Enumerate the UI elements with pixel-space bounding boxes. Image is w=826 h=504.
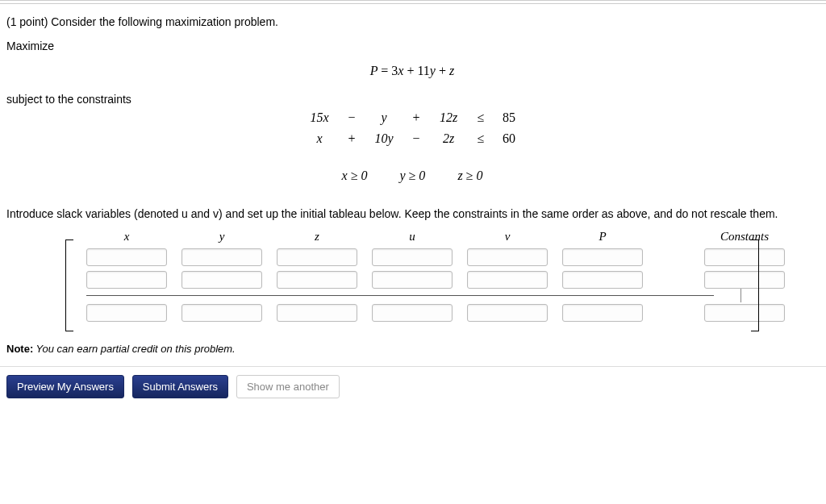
partial-credit-note: Note: You can earn partial credit on thi…: [6, 343, 826, 355]
tableau-headers: x y z u v P Constants: [86, 230, 759, 244]
c1-rel: ≤: [469, 110, 493, 125]
header-y: y: [181, 230, 262, 244]
show-another-button[interactable]: Show me another: [236, 375, 340, 398]
cell-r3-y[interactable]: [181, 304, 262, 322]
cell-r1-const[interactable]: [704, 248, 785, 266]
cell-r2-x[interactable]: [86, 271, 167, 289]
button-row: Preview My Answers Submit Answers Show m…: [0, 375, 826, 408]
header-x: x: [86, 230, 167, 244]
cell-r2-p[interactable]: [562, 271, 643, 289]
nonneg-constraints: x ≥ 0 y ≥ 0 z ≥ 0: [6, 169, 818, 183]
note-text: You can earn partial credit on this prob…: [33, 343, 236, 355]
c2-op2: −: [404, 131, 428, 146]
c2-op1: +: [340, 131, 364, 146]
header-v: v: [467, 230, 548, 244]
instruction-text: Introduce slack variables (denoted u and…: [6, 207, 818, 220]
c1-op1: −: [340, 110, 364, 125]
preview-answers-button[interactable]: Preview My Answers: [6, 375, 124, 398]
bracket-left-icon: [65, 240, 73, 331]
cell-r1-z[interactable]: [277, 248, 357, 266]
header-u: u: [372, 230, 453, 244]
cell-r1-y[interactable]: [181, 248, 262, 266]
maximize-label: Maximize: [6, 40, 818, 52]
nonneg-y: y ≥ 0: [399, 169, 425, 182]
c2-rel: ≤: [469, 131, 493, 146]
c1-term3: 12z: [428, 110, 469, 125]
header-constants: Constants: [704, 230, 785, 244]
table-row: [86, 248, 759, 266]
cell-r2-y[interactable]: [181, 271, 262, 289]
cell-r2-const[interactable]: [704, 271, 785, 289]
cell-r1-u[interactable]: [372, 248, 453, 266]
cell-r3-z[interactable]: [277, 304, 357, 322]
subject-to-label: subject to the constraints: [6, 93, 818, 106]
c1-term2: y: [364, 110, 404, 125]
separator: [0, 366, 826, 367]
bracket-right-icon: [751, 240, 759, 331]
c1-term1: 15x: [299, 110, 340, 125]
cell-r2-z[interactable]: [277, 271, 357, 289]
header-p: P: [562, 230, 643, 244]
cell-r3-p[interactable]: [562, 304, 643, 322]
tableau: x y z u v P Constants: [65, 225, 759, 331]
prompt-text: Consider the following maximization prob…: [51, 15, 278, 28]
cell-r3-u[interactable]: [372, 304, 453, 322]
cell-r3-v[interactable]: [467, 304, 548, 322]
nonneg-x: x ≥ 0: [342, 169, 368, 182]
cell-r1-v[interactable]: [467, 248, 548, 266]
tableau-divider: [86, 295, 714, 296]
cell-r2-v[interactable]: [467, 271, 548, 289]
submit-answers-button[interactable]: Submit Answers: [132, 375, 228, 398]
c2-term1: x: [299, 131, 340, 146]
cell-r2-u[interactable]: [372, 271, 453, 289]
note-label: Note:: [6, 343, 33, 355]
c2-term2: 10y: [364, 131, 404, 146]
problem-prompt: (1 point) Consider the following maximiz…: [6, 15, 818, 28]
c2-rhs: 60: [493, 131, 525, 146]
c2-term3: 2z: [428, 131, 469, 146]
constraints-block: 15x − y + 12z ≤ 85 x + 10y − 2z ≤ 60: [6, 110, 818, 146]
cell-r1-p[interactable]: [562, 248, 643, 266]
nonneg-z: z ≥ 0: [457, 169, 482, 182]
cell-r1-x[interactable]: [86, 248, 167, 266]
table-row: [86, 271, 759, 289]
objective-function: P = 3x + 11y + z: [6, 64, 818, 78]
cell-r3-const[interactable]: [704, 304, 785, 322]
header-z: z: [277, 230, 357, 244]
c1-rhs: 85: [493, 110, 525, 125]
points-prefix: (1 point): [6, 15, 51, 28]
c1-op2: +: [404, 110, 428, 125]
table-row: [86, 304, 759, 322]
cell-r3-x[interactable]: [86, 304, 167, 322]
